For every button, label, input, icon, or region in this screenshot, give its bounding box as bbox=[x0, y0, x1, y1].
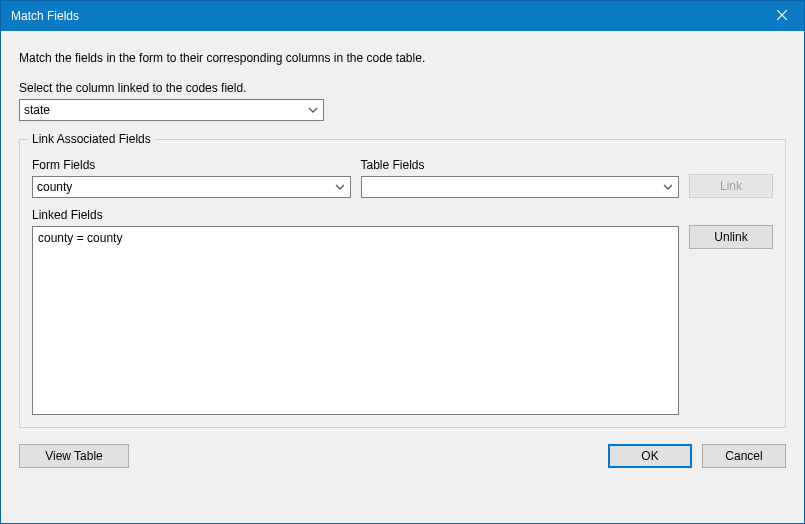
view-table-button[interactable]: View Table bbox=[19, 444, 129, 468]
codes-column-value: state bbox=[24, 103, 50, 117]
codes-column-label: Select the column linked to the codes fi… bbox=[19, 81, 786, 95]
link-button: Link bbox=[689, 174, 773, 198]
codes-column-combo[interactable]: state bbox=[19, 99, 324, 121]
linked-fields-wrap: Linked Fields county = county bbox=[32, 208, 679, 415]
list-item[interactable]: county = county bbox=[38, 230, 673, 246]
cancel-button[interactable]: Cancel bbox=[702, 444, 786, 468]
table-fields-label: Table Fields bbox=[361, 158, 680, 172]
link-button-label: Link bbox=[720, 179, 742, 193]
spacer bbox=[689, 208, 773, 225]
close-button[interactable] bbox=[759, 1, 804, 31]
unlink-button[interactable]: Unlink bbox=[689, 225, 773, 249]
linked-area: Linked Fields county = county Unlink bbox=[32, 208, 773, 415]
form-fields-label: Form Fields bbox=[32, 158, 351, 172]
close-icon bbox=[777, 9, 787, 23]
form-fields-value: county bbox=[37, 180, 72, 194]
form-fields-combo[interactable]: county bbox=[32, 176, 351, 198]
table-fields-col: Table Fields bbox=[361, 158, 680, 198]
title-bar: Match Fields bbox=[1, 1, 804, 31]
instruction-text: Match the fields in the form to their co… bbox=[19, 51, 786, 65]
chevron-down-icon bbox=[660, 179, 676, 195]
form-fields-col: Form Fields county bbox=[32, 158, 351, 198]
view-table-label: View Table bbox=[45, 449, 103, 463]
group-title: Link Associated Fields bbox=[28, 132, 155, 146]
cancel-button-label: Cancel bbox=[725, 449, 762, 463]
dialog-content: Match the fields in the form to their co… bbox=[1, 31, 804, 523]
footer-right: OK Cancel bbox=[608, 444, 786, 468]
table-fields-combo[interactable] bbox=[361, 176, 680, 198]
fields-row: Form Fields county Table Fields bbox=[32, 158, 773, 198]
chevron-down-icon bbox=[332, 179, 348, 195]
linked-fields-listbox[interactable]: county = county bbox=[32, 226, 679, 415]
chevron-down-icon bbox=[305, 102, 321, 118]
ok-button[interactable]: OK bbox=[608, 444, 692, 468]
dialog-footer: View Table OK Cancel bbox=[19, 444, 786, 468]
unlink-button-label: Unlink bbox=[714, 230, 747, 244]
dialog-title: Match Fields bbox=[11, 1, 79, 31]
dialog-window: Match Fields Match the fields in the for… bbox=[0, 0, 805, 524]
linked-fields-label: Linked Fields bbox=[32, 208, 679, 222]
ok-button-label: OK bbox=[641, 449, 658, 463]
link-associated-fields-group: Link Associated Fields Form Fields count… bbox=[19, 139, 786, 428]
